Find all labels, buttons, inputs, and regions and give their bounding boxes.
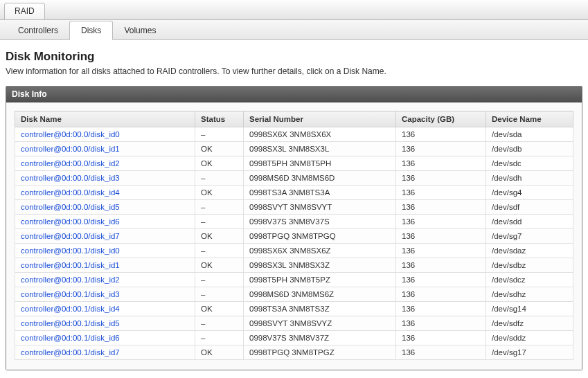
page-title: Disk Monitoring xyxy=(6,50,582,64)
disk-device: /dev/sda xyxy=(486,127,573,142)
table-row: controller@0d:00.1/disk_id3–0998MS6D 3NM… xyxy=(15,287,573,302)
disk-capacity: 136 xyxy=(396,331,486,345)
disk-serial: 0998SVYT 3NM8SVYZ xyxy=(244,316,396,331)
disk-serial: 0998V37S 3NM8V37S xyxy=(244,215,396,229)
disk-status: – xyxy=(195,273,244,287)
disk-name-link[interactable]: controller@0d:00.0/disk_id6 xyxy=(15,215,195,229)
table-row: controller@0d:00.0/disk_id3–0998MS6D 3NM… xyxy=(15,171,573,186)
col-header[interactable]: Serial Number xyxy=(244,111,396,127)
table-row: controller@0d:00.1/disk_id1OK0998SX3L 3N… xyxy=(15,258,573,273)
disk-name-link[interactable]: controller@0d:00.0/disk_id7 xyxy=(15,229,195,244)
disk-status: OK xyxy=(195,142,244,156)
disk-status: – xyxy=(195,244,244,258)
disk-serial: 0998SX3L 3NM8SX3L xyxy=(244,142,396,156)
disk-name-link[interactable]: controller@0d:00.1/disk_id3 xyxy=(15,287,195,302)
disk-device: /dev/sdbz xyxy=(486,258,573,273)
disk-name-link[interactable]: controller@0d:00.1/disk_id5 xyxy=(15,316,195,331)
disk-capacity: 136 xyxy=(396,127,486,142)
disk-name-link[interactable]: controller@0d:00.0/disk_id2 xyxy=(15,156,195,171)
disk-device: /dev/sdb xyxy=(486,142,573,156)
disk-info-panel: Disk Info Disk NameStatusSerial NumberCa… xyxy=(6,86,582,370)
disk-status: – xyxy=(195,287,244,302)
table-row: controller@0d:00.0/disk_id5–0998SVYT 3NM… xyxy=(15,200,573,215)
tab-volumes[interactable]: Volumes xyxy=(113,21,167,39)
disk-serial: 0998T5PH 3NM8T5PZ xyxy=(244,273,396,287)
disk-device: /dev/sg17 xyxy=(486,345,573,360)
disk-status: – xyxy=(195,171,244,186)
col-header[interactable]: Status xyxy=(195,111,244,127)
disk-device: /dev/sdhz xyxy=(486,287,573,302)
disk-capacity: 136 xyxy=(396,156,486,171)
disk-status: – xyxy=(195,316,244,331)
table-row: controller@0d:00.0/disk_id6–0998V37S 3NM… xyxy=(15,215,573,229)
disk-serial: 0998MS6D 3NM8MS6Z xyxy=(244,287,396,302)
disk-device: /dev/sdaz xyxy=(486,244,573,258)
table-row: controller@0d:00.1/disk_id0–0998SX6X 3NM… xyxy=(15,244,573,258)
disk-name-link[interactable]: controller@0d:00.0/disk_id5 xyxy=(15,200,195,215)
table-row: controller@0d:00.0/disk_id7OK0998TPGQ 3N… xyxy=(15,229,573,244)
panel-title: Disk Info xyxy=(6,87,582,102)
disk-capacity: 136 xyxy=(396,287,486,302)
table-row: controller@0d:00.1/disk_id7OK0998TPGQ 3N… xyxy=(15,345,573,360)
tab-controllers[interactable]: Controllers xyxy=(7,21,69,39)
disk-serial: 0998TS3A 3NM8TS3Z xyxy=(244,302,396,316)
disk-serial: 0998MS6D 3NM8MS6D xyxy=(244,171,396,186)
disk-name-link[interactable]: controller@0d:00.1/disk_id1 xyxy=(15,258,195,273)
disk-capacity: 136 xyxy=(396,345,486,360)
disk-status: – xyxy=(195,215,244,229)
disk-device: /dev/sg14 xyxy=(486,302,573,316)
disk-name-link[interactable]: controller@0d:00.0/disk_id3 xyxy=(15,171,195,186)
top-tab-bar: RAID xyxy=(0,0,588,20)
disk-capacity: 136 xyxy=(396,200,486,215)
disk-device: /dev/sdd xyxy=(486,215,573,229)
disk-serial: 0998TS3A 3NM8TS3A xyxy=(244,186,396,200)
tab-disks[interactable]: Disks xyxy=(69,21,113,40)
disk-capacity: 136 xyxy=(396,316,486,331)
disk-status: – xyxy=(195,127,244,142)
disk-name-link[interactable]: controller@0d:00.0/disk_id1 xyxy=(15,142,195,156)
disk-capacity: 136 xyxy=(396,244,486,258)
disk-serial: 0998SX3L 3NM8SX3Z xyxy=(244,258,396,273)
disk-table: Disk NameStatusSerial NumberCapacity (GB… xyxy=(15,111,573,360)
disk-device: /dev/sg4 xyxy=(486,186,573,200)
disk-serial: 0998SVYT 3NM8SVYT xyxy=(244,200,396,215)
disk-name-link[interactable]: controller@0d:00.1/disk_id6 xyxy=(15,331,195,345)
disk-name-link[interactable]: controller@0d:00.1/disk_id0 xyxy=(15,244,195,258)
disk-device: /dev/sdf xyxy=(486,200,573,215)
disk-name-link[interactable]: controller@0d:00.0/disk_id0 xyxy=(15,127,195,142)
sub-tab-bar: ControllersDisksVolumes xyxy=(0,20,588,40)
table-row: controller@0d:00.1/disk_id4OK0998TS3A 3N… xyxy=(15,302,573,316)
disk-name-link[interactable]: controller@0d:00.1/disk_id2 xyxy=(15,273,195,287)
disk-device: /dev/sdc xyxy=(486,156,573,171)
col-header[interactable]: Disk Name xyxy=(15,111,195,127)
disk-status: OK xyxy=(195,345,244,360)
disk-serial: 0998TPGQ 3NM8TPGZ xyxy=(244,345,396,360)
disk-device: /dev/sddz xyxy=(486,331,573,345)
disk-capacity: 136 xyxy=(396,273,486,287)
disk-capacity: 136 xyxy=(396,142,486,156)
disk-capacity: 136 xyxy=(396,171,486,186)
disk-device: /dev/sdfz xyxy=(486,316,573,331)
col-header[interactable]: Device Name xyxy=(486,111,573,127)
disk-status: – xyxy=(195,200,244,215)
disk-capacity: 136 xyxy=(396,186,486,200)
disk-serial: 0998TPGQ 3NM8TPGQ xyxy=(244,229,396,244)
disk-status: OK xyxy=(195,186,244,200)
tab-raid[interactable]: RAID xyxy=(4,3,45,19)
table-row: controller@0d:00.0/disk_id0–0998SX6X 3NM… xyxy=(15,127,573,142)
disk-serial: 0998SX6X 3NM8SX6X xyxy=(244,127,396,142)
table-row: controller@0d:00.1/disk_id5–0998SVYT 3NM… xyxy=(15,316,573,331)
page-subtitle: View information for all disks attached … xyxy=(6,66,582,76)
disk-capacity: 136 xyxy=(396,258,486,273)
disk-name-link[interactable]: controller@0d:00.1/disk_id7 xyxy=(15,345,195,360)
disk-status: OK xyxy=(195,302,244,316)
disk-name-link[interactable]: controller@0d:00.0/disk_id4 xyxy=(15,186,195,200)
disk-capacity: 136 xyxy=(396,229,486,244)
disk-name-link[interactable]: controller@0d:00.1/disk_id4 xyxy=(15,302,195,316)
disk-status: OK xyxy=(195,229,244,244)
col-header[interactable]: Capacity (GB) xyxy=(396,111,486,127)
disk-status: OK xyxy=(195,258,244,273)
table-row: controller@0d:00.1/disk_id6–0998V37S 3NM… xyxy=(15,331,573,345)
disk-capacity: 136 xyxy=(396,302,486,316)
disk-device: /dev/sdcz xyxy=(486,273,573,287)
